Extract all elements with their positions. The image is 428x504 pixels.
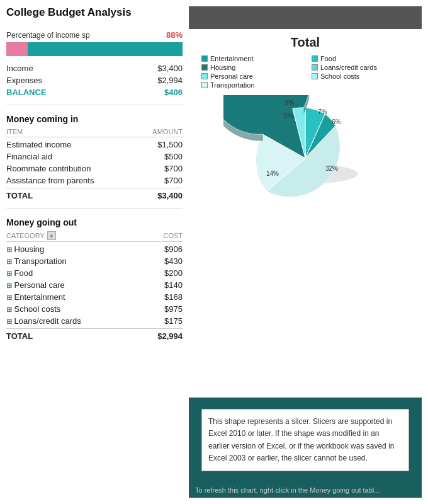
money-in-row: Financial aid$500 xyxy=(6,151,183,163)
balance-value: $406 xyxy=(164,88,183,97)
row-cost: $175 xyxy=(164,316,183,326)
row-cost: $975 xyxy=(164,304,183,314)
slicer-container: This shape represents a slicer. Slicers … xyxy=(189,398,422,483)
col-amount-header: AMOUNT xyxy=(152,128,183,135)
expand-icon[interactable]: ⊞ xyxy=(6,282,12,289)
row-category: ⊞ Loans/credit cards xyxy=(6,316,81,326)
percentage-value: 88% xyxy=(166,30,183,40)
expand-icon[interactable]: ⊞ xyxy=(6,270,12,277)
balance-row: BALANCE $406 xyxy=(6,86,183,98)
money-out-row: ⊞ Personal care$140 xyxy=(6,279,183,291)
money-in-headers: ITEM AMOUNT xyxy=(6,128,183,137)
money-in-row: Roommate contribution$700 xyxy=(6,163,183,175)
money-out-row: ⊞ School costs$975 xyxy=(6,303,183,315)
row-amount: $700 xyxy=(164,176,183,185)
money-in-row: Assistance from parents$700 xyxy=(6,175,183,186)
legend-dot xyxy=(201,82,208,88)
row-category: ⊞ Personal care xyxy=(6,280,65,290)
expenses-row: Expenses $2,994 xyxy=(6,74,183,86)
refresh-bar: To refresh this chart, right-click in th… xyxy=(189,483,422,498)
legend-label: Food xyxy=(320,55,336,62)
legend-label: Personal care xyxy=(210,72,253,80)
legend-dot xyxy=(201,64,208,71)
money-out-row: ⊞ Housing$906 xyxy=(6,243,183,255)
legend-label: Housing xyxy=(210,64,235,71)
money-out-headers: CATEGORY ▼ COST xyxy=(6,231,183,242)
legend-dot xyxy=(312,55,318,62)
legend-dot xyxy=(201,55,208,62)
col-category-header: CATEGORY xyxy=(6,232,45,239)
legend-item: Food xyxy=(312,55,415,62)
money-in-total: TOTAL $3,400 xyxy=(6,188,183,202)
money-out-row: ⊞ Entertainment$168 xyxy=(6,291,183,303)
legend-item: Transportation xyxy=(201,81,305,89)
money-out-row: ⊞ Transportation$430 xyxy=(6,255,183,267)
income-value: $3,400 xyxy=(157,64,183,73)
legend-item: Entertainment xyxy=(201,55,305,62)
expand-icon[interactable]: ⊞ xyxy=(6,306,12,313)
money-in-row: Estimated income$1,500 xyxy=(6,139,183,151)
chart-title: Total xyxy=(195,35,415,50)
legend-item: Housing xyxy=(201,64,305,71)
svg-text:5%: 5% xyxy=(284,112,293,119)
row-category: ⊞ School costs xyxy=(6,304,60,314)
right-panel: Total EntertainmentFoodHousingLoans/cred… xyxy=(189,6,422,498)
row-amount: $500 xyxy=(164,152,183,161)
left-panel: College Budget Analysis Percentage of in… xyxy=(6,6,189,498)
svg-text:6%: 6% xyxy=(285,100,295,106)
svg-text:30%: 30% xyxy=(340,149,352,156)
legend-label: Entertainment xyxy=(210,55,253,62)
col-cost-header: COST xyxy=(163,232,183,239)
pie-chart: 7% 6% 32% 14% 30% 6% xyxy=(195,95,415,221)
row-category: ⊞ Transportation xyxy=(6,256,67,266)
legend-item: Personal care xyxy=(201,72,305,80)
expand-icon[interactable]: ⊞ xyxy=(6,246,12,253)
expand-icon[interactable]: ⊞ xyxy=(6,258,12,265)
income-row: Income $3,400 xyxy=(6,62,183,74)
legend-dot xyxy=(312,64,318,71)
row-item: Estimated income xyxy=(6,140,71,149)
money-in-title: Money coming in xyxy=(6,114,183,124)
money-in-total-label: TOTAL xyxy=(6,191,33,200)
chart-header-bar xyxy=(189,6,422,29)
row-category: ⊞ Food xyxy=(6,268,33,278)
balance-label: BALANCE xyxy=(6,88,47,97)
svg-text:14%: 14% xyxy=(266,170,279,177)
legend-item: Loans/credit cards xyxy=(312,64,415,71)
expand-icon[interactable]: ⊞ xyxy=(6,294,12,301)
col-item-header: ITEM xyxy=(6,128,23,135)
svg-text:6%: 6% xyxy=(332,118,341,125)
money-out-title: Money going out xyxy=(6,217,183,227)
legend-label: Loans/credit cards xyxy=(320,64,377,71)
money-in-total-value: $3,400 xyxy=(157,191,183,200)
legend-item: School costs xyxy=(312,72,415,80)
money-out-total-label: TOTAL xyxy=(6,331,33,341)
legend-dot xyxy=(312,73,318,79)
progress-bar xyxy=(6,42,183,56)
expand-icon[interactable]: ⊞ xyxy=(6,318,12,325)
row-amount: $700 xyxy=(164,164,183,173)
svg-text:32%: 32% xyxy=(325,165,338,172)
money-out-total-value: $2,994 xyxy=(157,331,183,341)
row-category: ⊞ Entertainment xyxy=(6,292,65,302)
pie-svg: 7% 6% 32% 14% 30% 6% xyxy=(223,95,387,221)
chart-area: Total EntertainmentFoodHousingLoans/cred… xyxy=(189,29,422,398)
filter-icon[interactable]: ▼ xyxy=(47,231,56,240)
chart-legend: EntertainmentFoodHousingLoans/credit car… xyxy=(195,55,415,89)
expenses-label: Expenses xyxy=(6,76,42,85)
row-cost: $200 xyxy=(164,268,183,278)
money-out-row: ⊞ Food$200 xyxy=(6,267,183,279)
money-out-total: TOTAL $2,994 xyxy=(6,328,183,342)
row-category: ⊞ Housing xyxy=(6,244,44,254)
income-label: Income xyxy=(6,64,33,73)
money-in-rows: Estimated income$1,500Financial aid$500R… xyxy=(6,139,183,186)
row-item: Financial aid xyxy=(6,152,52,161)
progress-bar-fill xyxy=(6,42,28,56)
money-out-row: ⊞ Loans/credit cards$175 xyxy=(6,315,183,327)
percentage-row: Percentage of income sp 88% xyxy=(6,30,183,40)
legend-dot xyxy=(201,73,208,79)
slicer-message: This shape represents a slicer. Slicers … xyxy=(201,409,409,471)
row-item: Roommate contribution xyxy=(6,164,91,173)
page-title: College Budget Analysis xyxy=(6,6,183,19)
row-cost: $140 xyxy=(164,280,183,290)
